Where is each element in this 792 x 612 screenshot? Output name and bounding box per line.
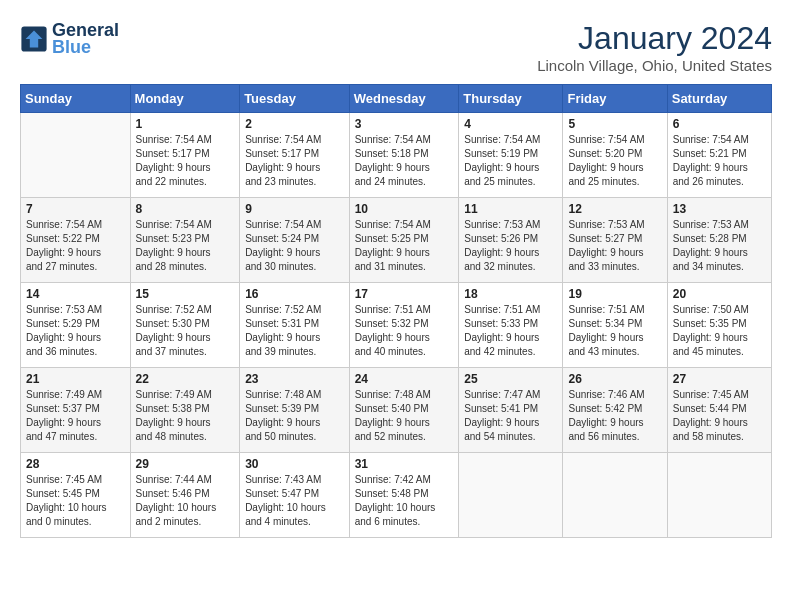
calendar-cell: 30Sunrise: 7:43 AMSunset: 5:47 PMDayligh… — [240, 453, 350, 538]
day-number: 9 — [245, 202, 344, 216]
calendar-cell: 2Sunrise: 7:54 AMSunset: 5:17 PMDaylight… — [240, 113, 350, 198]
calendar-week-row: 21Sunrise: 7:49 AMSunset: 5:37 PMDayligh… — [21, 368, 772, 453]
calendar-cell: 28Sunrise: 7:45 AMSunset: 5:45 PMDayligh… — [21, 453, 131, 538]
calendar-cell: 7Sunrise: 7:54 AMSunset: 5:22 PMDaylight… — [21, 198, 131, 283]
day-number: 24 — [355, 372, 454, 386]
calendar-cell: 15Sunrise: 7:52 AMSunset: 5:30 PMDayligh… — [130, 283, 240, 368]
day-number: 27 — [673, 372, 766, 386]
day-info: Sunrise: 7:52 AMSunset: 5:30 PMDaylight:… — [136, 303, 235, 359]
day-number: 23 — [245, 372, 344, 386]
day-number: 21 — [26, 372, 125, 386]
day-info: Sunrise: 7:46 AMSunset: 5:42 PMDaylight:… — [568, 388, 661, 444]
day-info: Sunrise: 7:53 AMSunset: 5:27 PMDaylight:… — [568, 218, 661, 274]
calendar-cell: 26Sunrise: 7:46 AMSunset: 5:42 PMDayligh… — [563, 368, 667, 453]
day-number: 10 — [355, 202, 454, 216]
calendar-cell: 25Sunrise: 7:47 AMSunset: 5:41 PMDayligh… — [459, 368, 563, 453]
weekday-header-tuesday: Tuesday — [240, 85, 350, 113]
day-info: Sunrise: 7:54 AMSunset: 5:21 PMDaylight:… — [673, 133, 766, 189]
calendar-cell: 19Sunrise: 7:51 AMSunset: 5:34 PMDayligh… — [563, 283, 667, 368]
calendar-cell: 24Sunrise: 7:48 AMSunset: 5:40 PMDayligh… — [349, 368, 459, 453]
calendar-cell: 1Sunrise: 7:54 AMSunset: 5:17 PMDaylight… — [130, 113, 240, 198]
day-number: 22 — [136, 372, 235, 386]
calendar-cell: 31Sunrise: 7:42 AMSunset: 5:48 PMDayligh… — [349, 453, 459, 538]
day-info: Sunrise: 7:54 AMSunset: 5:24 PMDaylight:… — [245, 218, 344, 274]
day-number: 14 — [26, 287, 125, 301]
day-info: Sunrise: 7:54 AMSunset: 5:19 PMDaylight:… — [464, 133, 557, 189]
calendar-cell: 13Sunrise: 7:53 AMSunset: 5:28 PMDayligh… — [667, 198, 771, 283]
day-info: Sunrise: 7:53 AMSunset: 5:26 PMDaylight:… — [464, 218, 557, 274]
calendar-cell: 14Sunrise: 7:53 AMSunset: 5:29 PMDayligh… — [21, 283, 131, 368]
day-number: 15 — [136, 287, 235, 301]
day-number: 26 — [568, 372, 661, 386]
day-info: Sunrise: 7:52 AMSunset: 5:31 PMDaylight:… — [245, 303, 344, 359]
day-number: 28 — [26, 457, 125, 471]
weekday-header-monday: Monday — [130, 85, 240, 113]
day-number: 4 — [464, 117, 557, 131]
calendar-week-row: 1Sunrise: 7:54 AMSunset: 5:17 PMDaylight… — [21, 113, 772, 198]
day-number: 13 — [673, 202, 766, 216]
day-number: 19 — [568, 287, 661, 301]
day-info: Sunrise: 7:45 AMSunset: 5:45 PMDaylight:… — [26, 473, 125, 529]
calendar-cell: 4Sunrise: 7:54 AMSunset: 5:19 PMDaylight… — [459, 113, 563, 198]
day-number: 25 — [464, 372, 557, 386]
calendar-cell: 6Sunrise: 7:54 AMSunset: 5:21 PMDaylight… — [667, 113, 771, 198]
day-number: 11 — [464, 202, 557, 216]
calendar-cell: 21Sunrise: 7:49 AMSunset: 5:37 PMDayligh… — [21, 368, 131, 453]
day-info: Sunrise: 7:54 AMSunset: 5:20 PMDaylight:… — [568, 133, 661, 189]
day-number: 29 — [136, 457, 235, 471]
day-info: Sunrise: 7:51 AMSunset: 5:32 PMDaylight:… — [355, 303, 454, 359]
day-number: 8 — [136, 202, 235, 216]
day-info: Sunrise: 7:54 AMSunset: 5:17 PMDaylight:… — [245, 133, 344, 189]
day-number: 31 — [355, 457, 454, 471]
day-info: Sunrise: 7:47 AMSunset: 5:41 PMDaylight:… — [464, 388, 557, 444]
day-number: 3 — [355, 117, 454, 131]
calendar-cell: 22Sunrise: 7:49 AMSunset: 5:38 PMDayligh… — [130, 368, 240, 453]
calendar-cell: 27Sunrise: 7:45 AMSunset: 5:44 PMDayligh… — [667, 368, 771, 453]
calendar-table: SundayMondayTuesdayWednesdayThursdayFrid… — [20, 84, 772, 538]
calendar-cell: 12Sunrise: 7:53 AMSunset: 5:27 PMDayligh… — [563, 198, 667, 283]
day-info: Sunrise: 7:48 AMSunset: 5:40 PMDaylight:… — [355, 388, 454, 444]
day-number: 2 — [245, 117, 344, 131]
weekday-header-sunday: Sunday — [21, 85, 131, 113]
day-number: 17 — [355, 287, 454, 301]
day-number: 20 — [673, 287, 766, 301]
weekday-header-row: SundayMondayTuesdayWednesdayThursdayFrid… — [21, 85, 772, 113]
calendar-week-row: 7Sunrise: 7:54 AMSunset: 5:22 PMDaylight… — [21, 198, 772, 283]
day-number: 6 — [673, 117, 766, 131]
day-info: Sunrise: 7:51 AMSunset: 5:34 PMDaylight:… — [568, 303, 661, 359]
day-info: Sunrise: 7:44 AMSunset: 5:46 PMDaylight:… — [136, 473, 235, 529]
day-info: Sunrise: 7:48 AMSunset: 5:39 PMDaylight:… — [245, 388, 344, 444]
title-block: January 2024 Lincoln Village, Ohio, Unit… — [537, 20, 772, 74]
weekday-header-friday: Friday — [563, 85, 667, 113]
logo-icon — [20, 25, 48, 53]
day-number: 1 — [136, 117, 235, 131]
calendar-cell: 20Sunrise: 7:50 AMSunset: 5:35 PMDayligh… — [667, 283, 771, 368]
calendar-cell — [459, 453, 563, 538]
location: Lincoln Village, Ohio, United States — [537, 57, 772, 74]
calendar-cell: 23Sunrise: 7:48 AMSunset: 5:39 PMDayligh… — [240, 368, 350, 453]
day-number: 7 — [26, 202, 125, 216]
calendar-cell: 17Sunrise: 7:51 AMSunset: 5:32 PMDayligh… — [349, 283, 459, 368]
day-info: Sunrise: 7:43 AMSunset: 5:47 PMDaylight:… — [245, 473, 344, 529]
day-number: 30 — [245, 457, 344, 471]
weekday-header-thursday: Thursday — [459, 85, 563, 113]
calendar-cell: 18Sunrise: 7:51 AMSunset: 5:33 PMDayligh… — [459, 283, 563, 368]
day-info: Sunrise: 7:53 AMSunset: 5:29 PMDaylight:… — [26, 303, 125, 359]
calendar-cell — [563, 453, 667, 538]
day-number: 16 — [245, 287, 344, 301]
day-info: Sunrise: 7:50 AMSunset: 5:35 PMDaylight:… — [673, 303, 766, 359]
calendar-cell: 9Sunrise: 7:54 AMSunset: 5:24 PMDaylight… — [240, 198, 350, 283]
day-number: 5 — [568, 117, 661, 131]
calendar-cell: 29Sunrise: 7:44 AMSunset: 5:46 PMDayligh… — [130, 453, 240, 538]
month-title: January 2024 — [537, 20, 772, 57]
calendar-cell: 8Sunrise: 7:54 AMSunset: 5:23 PMDaylight… — [130, 198, 240, 283]
calendar-week-row: 28Sunrise: 7:45 AMSunset: 5:45 PMDayligh… — [21, 453, 772, 538]
day-info: Sunrise: 7:45 AMSunset: 5:44 PMDaylight:… — [673, 388, 766, 444]
calendar-cell — [21, 113, 131, 198]
calendar-cell — [667, 453, 771, 538]
day-info: Sunrise: 7:42 AMSunset: 5:48 PMDaylight:… — [355, 473, 454, 529]
day-info: Sunrise: 7:49 AMSunset: 5:38 PMDaylight:… — [136, 388, 235, 444]
calendar-cell: 11Sunrise: 7:53 AMSunset: 5:26 PMDayligh… — [459, 198, 563, 283]
weekday-header-saturday: Saturday — [667, 85, 771, 113]
day-info: Sunrise: 7:54 AMSunset: 5:18 PMDaylight:… — [355, 133, 454, 189]
